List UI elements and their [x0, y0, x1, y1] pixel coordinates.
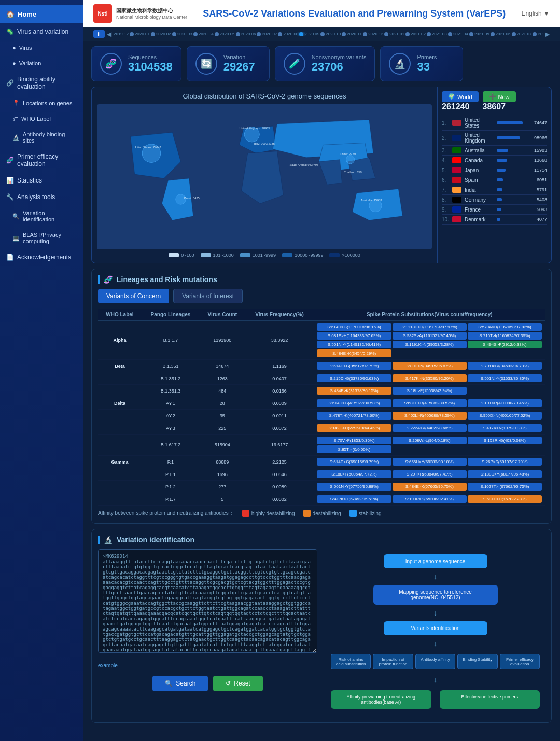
- country-name: France: [465, 207, 494, 213]
- genome-sequence-input[interactable]: >MK629014 attaaaggtttataccttcccaggtaacaa…: [98, 549, 317, 653]
- sidebar-item-primer[interactable]: 🧬 Primer efficacy evaluation: [0, 148, 83, 172]
- freq-cell: 0.0072: [245, 422, 314, 435]
- country-list-item[interactable]: 5. Japan 11714: [442, 165, 547, 175]
- country-count: 15983: [528, 148, 547, 153]
- tab-variants-interest[interactable]: Variants of Interest: [173, 289, 243, 303]
- flow-arrow-4: ↓: [433, 676, 437, 684]
- bullet-icon: ●: [12, 60, 16, 66]
- freq-cell: 0.0009: [245, 397, 314, 410]
- sidebar-item-virus[interactable]: ● Virus: [0, 40, 83, 55]
- spike-cell: S:716T>I(1160824/97.39%): [468, 332, 542, 340]
- example-link[interactable]: example: [98, 663, 118, 668]
- freq-cell: 0.0407: [245, 372, 314, 385]
- lineages-tabs: Variants of Concern Variants of Interest: [98, 289, 545, 303]
- country-list-item[interactable]: 9. France 5093: [442, 205, 547, 215]
- sidebar-item-statistics[interactable]: 📊 Statistics: [0, 172, 83, 189]
- bullet-icon: ●: [12, 45, 16, 51]
- spikes-cell: S:478T>K(405721/78.60%)S:452L>R(405686/7…: [314, 410, 545, 422]
- search-button[interactable]: 🔍 Search: [152, 676, 208, 691]
- sidebar-item-virus-variation[interactable]: 🦠 Virus and variation: [0, 23, 83, 40]
- country-list-item[interactable]: 7. India 5791: [442, 185, 547, 195]
- sidebar-item-who[interactable]: 🏷 WHO Label: [0, 111, 83, 127]
- who-icon: 🏷: [12, 116, 18, 122]
- sidebar-item-analysis[interactable]: 🔧 Analysis tools: [0, 189, 83, 205]
- spikes-cell: S:142G>D(229513/44.46%)S:222A>V(44822/8.…: [314, 422, 545, 435]
- country-rank: 8.: [442, 197, 449, 203]
- pango-cell: B.1.351.2: [142, 372, 200, 385]
- sidebar-item-locations[interactable]: 📍 Locations on genes: [0, 95, 83, 111]
- search-btn-icon: 🔍: [165, 680, 173, 687]
- who-label-cell: Gamma: [98, 456, 142, 468]
- variation-card: 🔄 Variation 29267: [187, 46, 270, 81]
- nonsynonym-value: 23706: [312, 60, 367, 74]
- freq-cell: 0.0089: [245, 481, 314, 493]
- lineages-title: 🧬 Lineages and Risk mutations: [98, 275, 545, 284]
- col-who: WHO Label: [98, 309, 142, 321]
- country-list-item[interactable]: 6. Spain 6081: [442, 175, 547, 185]
- flow-arrow-2: ↓: [433, 609, 437, 617]
- country-list-item[interactable]: 2. United Kingdom 98966: [442, 131, 547, 146]
- country-count: 13668: [528, 158, 547, 163]
- country-list-item[interactable]: 1. United States 74647: [442, 116, 547, 131]
- country-flag-7: [452, 197, 461, 203]
- who-label-cell: [98, 385, 142, 397]
- timeline-play-btn[interactable]: ⏸: [93, 30, 105, 38]
- spike-cell: S:1191K>N(39053/3.28%): [393, 341, 467, 348]
- pango-cell: AY.3: [142, 422, 200, 435]
- lineages-section: 🧬 Lineages and Risk mutations Variants o…: [91, 269, 552, 524]
- reset-button[interactable]: ↺ Reset: [213, 676, 262, 691]
- count-cell: 1696: [200, 468, 245, 481]
- count-cell: 5: [200, 493, 245, 506]
- sidebar-item-ack[interactable]: 📄 Acknowledgements: [0, 249, 83, 265]
- tab-variants-concern[interactable]: Variants of Concern: [98, 289, 169, 303]
- org-name-cn: 国家微生物科学数据中心: [116, 7, 187, 15]
- country-name: United States: [465, 117, 494, 129]
- spike-cell: S:215D>G(33736/92.63%): [317, 374, 391, 382]
- table-header-row: WHO Label Pango Lineages Virus Count Vir…: [98, 309, 545, 321]
- timeline-next-btn[interactable]: ▶: [545, 31, 550, 38]
- flow-arrow-1: ↓: [433, 572, 437, 581]
- affinity-high: highly destabilizing: [242, 510, 295, 517]
- country-list-item[interactable]: 4. Canada 13668: [442, 156, 547, 165]
- new-btn[interactable]: ➕ New: [483, 91, 516, 102]
- freq-cell: 38.3922: [245, 321, 314, 360]
- language-selector[interactable]: English ▼: [521, 10, 550, 17]
- pango-cell: AY.1: [142, 397, 200, 410]
- sidebar-item-antibody[interactable]: 🔬 Antibody binding sites: [0, 127, 83, 148]
- spike-cell: S:701A>V(34503/94.73%): [468, 362, 542, 370]
- spike-cell: S:417K>T(67492/95.51%): [317, 495, 391, 503]
- flow-box-3: Variants identification: [384, 621, 487, 635]
- world-btn[interactable]: 🌍 World: [442, 91, 479, 102]
- sequences-label: Sequences: [128, 54, 173, 60]
- spike-cell: S:26P>S(69107/97.79%): [468, 458, 542, 466]
- sidebar-item-variation-id[interactable]: 🔍 Variation identification: [0, 205, 83, 227]
- freq-cell: 1.1169: [245, 360, 314, 372]
- affinity-stab: stabilizing: [349, 510, 382, 517]
- affinity-destab: destabilizing: [303, 510, 341, 517]
- country-rank: 9.: [442, 207, 449, 213]
- country-flag-2: [452, 147, 461, 153]
- sidebar-item-variation[interactable]: ● Variation: [0, 55, 83, 71]
- sequences-card: 🧬 Sequences 3104538: [91, 46, 181, 81]
- map-container: United Kingdom: 98965 United States: 746…: [97, 104, 432, 249]
- country-bar: [497, 121, 523, 124]
- sidebar-item-blast[interactable]: 💻 BLAST/Privacy computing: [0, 227, 83, 249]
- timeline-prev-btn[interactable]: ◀: [107, 31, 111, 38]
- spike-cell: S:138D>Y(68177/96.48%): [468, 470, 542, 478]
- who-label-cell: [98, 410, 142, 422]
- spike-cell: S:158R>G(403/0.08%): [468, 437, 542, 444]
- spike-cell: S:142G>D(229513/44.46%): [317, 424, 391, 432]
- sidebar-item-binding[interactable]: 🔗 Binding ability evaluation: [0, 71, 83, 95]
- home-menu-item[interactable]: 🏠 Home: [0, 5, 83, 23]
- country-list-item[interactable]: 8. Germany 5408: [442, 195, 547, 205]
- country-list-item[interactable]: 10. Denmark 4077: [442, 215, 547, 225]
- thailand-label: Thailand: 658: [344, 171, 361, 174]
- org-info: 国家微生物科学数据中心 National Microbiology Data C…: [116, 7, 187, 20]
- map-section: Global distribution of SARS-CoV-2 genome…: [91, 87, 552, 263]
- spike-cell: S:484E>K(67665/95.75%): [393, 483, 467, 491]
- country-list-item[interactable]: 3. Australia 15983: [442, 146, 547, 156]
- spike-cell: S:982S>A(1161521/97.45%): [393, 332, 467, 340]
- country-rank: 3.: [442, 148, 449, 153]
- world-map-svg: United Kingdom: 98965 United States: 746…: [97, 104, 432, 244]
- reset-btn-icon: ↺: [226, 680, 231, 687]
